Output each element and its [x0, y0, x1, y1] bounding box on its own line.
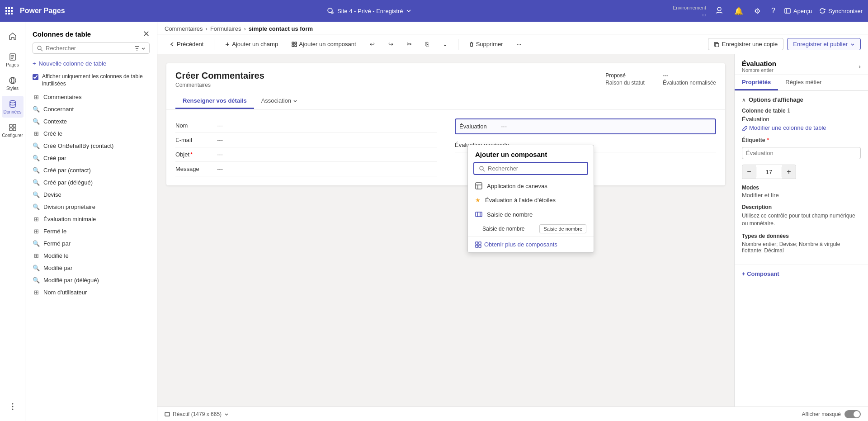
field-evaluation[interactable]: Évaluation --- [455, 118, 716, 134]
table-icon: ⊞ [33, 228, 40, 235]
composant-saisie-selected[interactable]: Saisie de nombre Saisie de nombre [468, 222, 594, 236]
new-column-label: Nouvelle colonne de table [39, 60, 107, 67]
preview-icon [784, 8, 791, 14]
etiquette-input[interactable] [742, 147, 861, 159]
columns-search-input[interactable] [46, 45, 131, 52]
list-item[interactable]: 🔍 Concernant [25, 103, 157, 115]
sidebar-item-more[interactable] [2, 396, 24, 417]
top-area: Commentaires › Formulaires › simple cont… [157, 22, 868, 54]
list-item[interactable]: 🔍 Créé OnBehalfBy (contact) [25, 140, 157, 152]
sidebar-item-config[interactable]: Configurer [2, 119, 24, 141]
column-name: Modifié le [43, 252, 69, 259]
composant-canvas-app[interactable]: Application de canevas [468, 179, 594, 193]
add-field-icon [225, 42, 230, 47]
more-button[interactable]: ··· [512, 38, 527, 50]
breadcrumb-commentaires[interactable]: Commentaires [165, 25, 203, 32]
header-field-2: --- Évaluation normalisée [663, 72, 716, 86]
right-panel-subtitle: Nombre entier [742, 67, 776, 73]
user-icon[interactable] [713, 4, 725, 18]
delete-button[interactable]: Supprimer [464, 38, 508, 50]
undo-button[interactable]: ↩ [365, 38, 380, 50]
list-item[interactable]: ⊞ Nom d'utilisateur [25, 286, 157, 298]
env-name: ... [673, 10, 706, 17]
tab-association[interactable]: Association [254, 94, 305, 109]
table-column-label: Colonne de table ℹ [742, 108, 861, 114]
back-button[interactable]: Précédent [165, 38, 208, 50]
list-item[interactable]: 🔍 Contexte [25, 115, 157, 128]
composant-stars[interactable]: ★ Évaluation à l'aide d'étoiles [468, 193, 594, 207]
add-field-button[interactable]: Ajouter un champ [220, 38, 283, 50]
tab-details[interactable]: Renseigner vos détails [175, 94, 254, 109]
filter-icon [134, 45, 140, 52]
field-message-value: --- [217, 166, 437, 172]
add-composant-button[interactable]: Ajouter un composant [287, 38, 361, 50]
delete-icon [469, 42, 474, 47]
save-copy-button[interactable]: Enregistrer une copie [708, 38, 784, 50]
sidebar-item-pages[interactable]: Pages [2, 49, 24, 71]
list-item[interactable]: 🔍 Fermé par [25, 237, 157, 250]
sidebar-config-label: Configurer [2, 133, 23, 138]
save-publish-label: Enregistrer et publier [793, 41, 848, 47]
list-item[interactable]: 🔍 Créé par (contact) [25, 164, 157, 176]
list-item[interactable]: 🔍 Créé par (délégué) [25, 176, 157, 189]
add-composant-icon [292, 42, 297, 47]
show-hidden-toggle[interactable] [844, 410, 861, 418]
more-composants-link[interactable]: Obtenir plus de composants [468, 236, 594, 252]
settings-icon[interactable]: ⚙ [752, 5, 762, 17]
sidebar-item-data[interactable]: Données [2, 96, 24, 118]
list-item[interactable]: ⊞ Créé le [25, 128, 157, 140]
column-name: Concernant [43, 106, 74, 113]
stepper-minus-button[interactable]: − [742, 165, 756, 179]
tab-rules[interactable]: Règles métier [778, 75, 829, 90]
list-item[interactable]: ⊞ Modifié le [25, 250, 157, 262]
right-panel-expand-button[interactable]: › [859, 63, 861, 70]
new-column-button[interactable]: + Nouvelle colonne de table [25, 57, 157, 70]
sidebar-item-home[interactable] [2, 25, 24, 47]
sync-btn[interactable]: Synchroniser [819, 8, 863, 14]
list-item[interactable]: ⊞ Commentaires [25, 91, 157, 103]
cut-button[interactable]: ✂ [402, 38, 417, 50]
responsive-chevron[interactable] [224, 412, 229, 416]
tab-rules-label: Règles métier [785, 79, 821, 85]
list-item[interactable]: 🔍 Modifié par [25, 262, 157, 274]
modify-column-link[interactable]: Modifier une colonne de table [742, 124, 861, 131]
add-composant-link[interactable]: + Composant [735, 265, 868, 283]
collapse-button[interactable]: ∧ [742, 97, 746, 103]
search-icon: 🔍 [33, 142, 40, 149]
columns-panel-close[interactable]: ✕ [143, 29, 150, 39]
columns-list: ⊞ Commentaires 🔍 Concernant 🔍 Contexte ⊞… [25, 91, 157, 421]
waffle-icon[interactable] [5, 7, 13, 14]
list-item[interactable]: 🔍 Modifié par (délégué) [25, 274, 157, 286]
list-item[interactable]: ⊞ Évaluation minimale [25, 213, 157, 225]
tab-properties[interactable]: Propriétés [735, 75, 778, 90]
redo-button[interactable]: ↪ [383, 38, 398, 50]
add-composant-search-input[interactable] [488, 165, 583, 172]
toolbar-right: Enregistrer une copie Enregistrer et pub… [708, 38, 861, 50]
search-icon: 🔍 [33, 277, 40, 284]
unused-columns-checkbox[interactable] [33, 74, 38, 80]
list-item[interactable]: 🔍 Devise [25, 189, 157, 201]
stepper-plus-button[interactable]: + [782, 165, 796, 179]
save-publish-button[interactable]: Enregistrer et publier [787, 38, 861, 50]
field-email-value: --- [217, 137, 437, 143]
responsive-label: Réactif (1479 x 665) [173, 411, 222, 417]
list-item[interactable]: ⊞ Fermé le [25, 225, 157, 237]
add-composant-link-label: + Composant [742, 270, 779, 277]
copy-button[interactable]: ⎘ [420, 38, 434, 50]
svg-point-32 [480, 166, 483, 170]
sidebar-item-styles[interactable]: Styles [2, 72, 24, 94]
composant-number-input[interactable]: Saisie de nombre [468, 207, 594, 222]
breadcrumb-formulaires[interactable]: Formulaires [210, 25, 241, 32]
filter-button[interactable] [134, 45, 146, 52]
preview-btn[interactable]: Aperçu [784, 8, 812, 14]
notification-icon[interactable]: 🔔 [732, 5, 745, 17]
help-icon[interactable]: ? [769, 5, 777, 17]
breadcrumb-bar: Commentaires › Formulaires › simple cont… [157, 22, 868, 34]
list-item[interactable]: 🔍 Créé par [25, 152, 157, 164]
more-options-button[interactable]: ⌄ [438, 38, 453, 50]
dropdown-chevron-icon[interactable] [406, 9, 411, 13]
column-name: Créé par (délégué) [43, 179, 93, 186]
form-section: Nom --- E-mail --- Objet* --- [175, 118, 716, 176]
list-item[interactable]: 🔍 Division propriétaire [25, 201, 157, 213]
columns-panel-header: Colonnes de table ✕ [25, 22, 157, 43]
